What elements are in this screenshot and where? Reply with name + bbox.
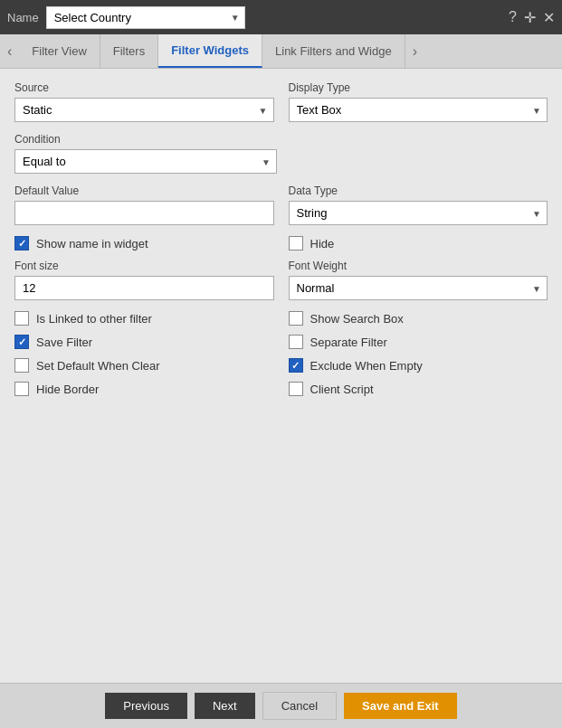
condition-group: Condition Equal to	[14, 133, 277, 174]
next-button[interactable]: Next	[195, 693, 255, 719]
name-label: Name	[7, 11, 39, 24]
tab-nav-right[interactable]: ›	[405, 34, 424, 68]
checkbox-col-right-2: Show Search Box	[289, 311, 548, 326]
checkbox-col-right-1: Hide	[289, 236, 548, 251]
checkbox-col-left-3: Save Filter	[14, 335, 274, 349]
default-value-input[interactable]	[14, 201, 274, 225]
source-select-wrapper: Static	[14, 98, 274, 122]
font-weight-group: Font Weight Normal	[289, 260, 548, 300]
previous-button[interactable]: Previous	[105, 693, 187, 719]
show-search-checkbox-item[interactable]: Show Search Box	[289, 311, 548, 326]
condition-select[interactable]: Equal to	[14, 149, 277, 174]
font-weight-label: Font Weight	[289, 260, 548, 272]
show-name-label: Show name in widget	[36, 237, 148, 251]
move-icon[interactable]: ✛	[524, 9, 536, 26]
country-select[interactable]: Select Country	[46, 6, 245, 29]
hide-border-checkbox-item[interactable]: Hide Border	[14, 382, 274, 396]
save-filter-label: Save Filter	[36, 336, 92, 349]
condition-row: Condition Equal to	[14, 133, 548, 174]
hide-label: Hide	[310, 237, 335, 251]
checkbox-col-right-3: Separate Filter	[289, 335, 548, 349]
set-default-checkbox[interactable]	[14, 358, 29, 373]
font-size-label: Font size	[14, 260, 274, 272]
tab-filter-widgets[interactable]: Filter Widgets	[158, 34, 262, 68]
footer: Previous Next Cancel Save and Exit	[0, 683, 562, 728]
hide-checkbox-item[interactable]: Hide	[289, 236, 548, 251]
data-type-select[interactable]: String	[289, 201, 548, 225]
font-size-group: Font size	[14, 260, 274, 300]
default-datatype-row: Default Value Data Type String	[14, 184, 548, 225]
checkbox-row-4: Set Default When Clear Exclude When Empt…	[14, 358, 548, 373]
tab-filter-view[interactable]: Filter View	[19, 34, 100, 68]
checkbox-row-2: Is Linked to other filter Show Search Bo…	[14, 311, 548, 326]
separate-filter-label: Separate Filter	[310, 336, 387, 349]
condition-label: Condition	[14, 133, 277, 146]
country-select-wrapper: Select Country	[46, 6, 245, 29]
separate-filter-checkbox[interactable]	[289, 335, 303, 349]
checkbox-col-left-1: Show name in widget	[14, 236, 274, 251]
is-linked-checkbox[interactable]	[14, 311, 29, 326]
tab-bar: ‹ Filter View Filters Filter Widgets Lin…	[0, 34, 562, 69]
tab-filters[interactable]: Filters	[100, 34, 158, 68]
checkbox-row-5: Hide Border Client Script	[14, 382, 548, 396]
tab-link-filters[interactable]: Link Filters and Widge	[262, 34, 405, 68]
font-size-input[interactable]	[14, 276, 274, 300]
client-script-label: Client Script	[310, 383, 374, 396]
font-weight-select-wrapper: Normal	[289, 276, 548, 300]
source-label: Source	[14, 81, 274, 94]
checkbox-col-left-5: Hide Border	[14, 382, 274, 396]
show-search-checkbox[interactable]	[289, 311, 303, 326]
checkbox-col-left-2: Is Linked to other filter	[14, 311, 274, 326]
save-exit-button[interactable]: Save and Exit	[344, 693, 457, 719]
checkbox-row-1: Show name in widget Hide	[14, 236, 548, 251]
client-script-checkbox[interactable]	[289, 382, 303, 396]
font-weight-select[interactable]: Normal	[289, 276, 548, 300]
font-row: Font size Font Weight Normal	[14, 260, 548, 300]
source-select[interactable]: Static	[14, 98, 274, 122]
client-script-checkbox-item[interactable]: Client Script	[289, 382, 548, 396]
tab-nav-left[interactable]: ‹	[0, 34, 19, 68]
separate-filter-checkbox-item[interactable]: Separate Filter	[289, 335, 548, 349]
hide-border-label: Hide Border	[36, 383, 99, 396]
exclude-empty-label: Exclude When Empty	[310, 359, 423, 373]
default-value-group: Default Value	[14, 184, 274, 225]
content-area: Source Static Display Type Text Box Cond…	[0, 69, 562, 683]
header-icons: ? ✛ ✕	[509, 9, 555, 26]
save-filter-checkbox-item[interactable]: Save Filter	[14, 335, 274, 349]
data-type-group: Data Type String	[289, 184, 548, 225]
is-linked-checkbox-item[interactable]: Is Linked to other filter	[14, 311, 274, 326]
default-value-label: Default Value	[14, 184, 274, 197]
data-type-select-wrapper: String	[289, 201, 548, 225]
display-type-select-wrapper: Text Box	[289, 98, 548, 122]
hide-checkbox[interactable]	[289, 236, 303, 251]
checkbox-col-right-5: Client Script	[289, 382, 548, 396]
source-group: Source Static	[14, 81, 274, 122]
help-icon[interactable]: ?	[509, 9, 517, 25]
exclude-empty-checkbox-item[interactable]: Exclude When Empty	[289, 358, 548, 373]
data-type-label: Data Type	[289, 184, 548, 197]
checkbox-col-right-4: Exclude When Empty	[289, 358, 548, 373]
checkbox-row-3: Save Filter Separate Filter	[14, 335, 548, 349]
set-default-checkbox-item[interactable]: Set Default When Clear	[14, 358, 274, 373]
condition-select-wrapper: Equal to	[14, 149, 277, 174]
display-type-label: Display Type	[289, 81, 548, 94]
save-filter-checkbox[interactable]	[14, 335, 29, 349]
hide-border-checkbox[interactable]	[14, 382, 29, 396]
set-default-label: Set Default When Clear	[36, 359, 160, 373]
display-type-group: Display Type Text Box	[289, 81, 548, 122]
checkbox-col-left-4: Set Default When Clear	[14, 358, 274, 373]
exclude-empty-checkbox[interactable]	[289, 358, 303, 373]
show-search-label: Show Search Box	[310, 312, 404, 326]
header: Name Select Country ? ✛ ✕	[0, 0, 562, 34]
source-display-row: Source Static Display Type Text Box	[14, 81, 548, 122]
show-name-checkbox-item[interactable]: Show name in widget	[14, 236, 274, 251]
is-linked-label: Is Linked to other filter	[36, 312, 152, 326]
close-icon[interactable]: ✕	[543, 9, 555, 26]
cancel-button[interactable]: Cancel	[262, 692, 337, 720]
display-type-select[interactable]: Text Box	[289, 98, 548, 122]
show-name-checkbox[interactable]	[14, 236, 29, 251]
